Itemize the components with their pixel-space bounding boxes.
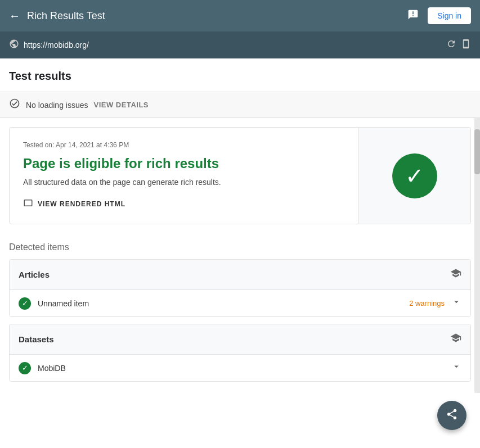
result-card-wrapper: Tested on: Apr 14, 2021 at 4:36 PM Page … [0,118,480,233]
main-content: Test results No loading issues VIEW DETA… [0,58,480,393]
datasets-item-status-icon: ✓ [19,362,31,374]
result-card: Tested on: Apr 14, 2021 at 4:36 PM Page … [9,127,471,224]
articles-title: Articles [19,270,50,279]
share-fab[interactable] [437,401,466,430]
html-icon [23,198,33,210]
articles-item-row: ✓ Unnamed item 2 warnings [10,290,470,316]
datasets-item-label: MobiDB [38,364,445,373]
app-header: ← Rich Results Test Sign in [0,0,480,31]
refresh-icon[interactable] [446,39,456,52]
chevron-down-icon[interactable] [451,297,461,310]
page-title: Test results [0,58,480,92]
check-mark-icon: ✓ [405,163,424,189]
app-title: Rich Results Test [27,10,403,22]
articles-accordion: Articles ✓ Unnamed item 2 warnings [9,259,471,317]
content-area: Tested on: Apr 14, 2021 at 4:36 PM Page … [0,118,480,393]
mobile-icon[interactable] [461,39,471,52]
result-card-left: Tested on: Apr 14, 2021 at 4:36 PM Page … [10,128,358,224]
eligible-desc: All structured data on the page can gene… [23,178,344,187]
datasets-title: Datasets [19,334,54,344]
datasets-chevron-down-icon[interactable] [451,361,461,374]
share-icon [446,408,458,423]
detected-section: Detected items Articles ✓ Unnamed item 2… [0,233,480,393]
scroll-content: Tested on: Apr 14, 2021 at 4:36 PM Page … [0,118,480,393]
signin-button[interactable]: Sign in [428,7,471,24]
feedback-button[interactable] [403,4,423,28]
loading-status-bar: No loading issues VIEW DETAILS [0,92,480,118]
articles-accordion-header[interactable]: Articles [10,260,470,290]
tested-on-label: Tested on: Apr 14, 2021 at 4:36 PM [23,141,344,149]
result-card-right: ✓ [358,128,470,224]
loading-status-icon [9,98,20,112]
articles-item-label: Unnamed item [38,299,402,308]
scrollbar-thumb[interactable] [474,129,480,174]
detected-title: Detected items [9,242,471,252]
eligible-title: Page is eligible for rich results [23,155,344,172]
globe-icon [9,39,19,52]
articles-icon [450,268,461,282]
url-input[interactable] [24,40,442,49]
back-button[interactable]: ← [9,10,20,22]
item-status-icon: ✓ [19,297,31,310]
loading-text: No loading issues [26,101,88,110]
success-icon: ✓ [392,153,437,198]
scrollbar-track[interactable] [474,118,480,393]
warnings-badge[interactable]: 2 warnings [409,299,445,307]
datasets-icon [450,332,461,346]
view-html-label: VIEW RENDERED HTML [38,200,125,208]
datasets-item-row: ✓ MobiDB [10,355,470,381]
datasets-accordion-header[interactable]: Datasets [10,324,470,355]
url-bar [0,31,480,58]
view-html-button[interactable]: VIEW RENDERED HTML [23,198,125,210]
datasets-accordion: Datasets ✓ MobiDB [9,324,471,382]
view-details-button[interactable]: VIEW DETAILS [94,101,149,109]
